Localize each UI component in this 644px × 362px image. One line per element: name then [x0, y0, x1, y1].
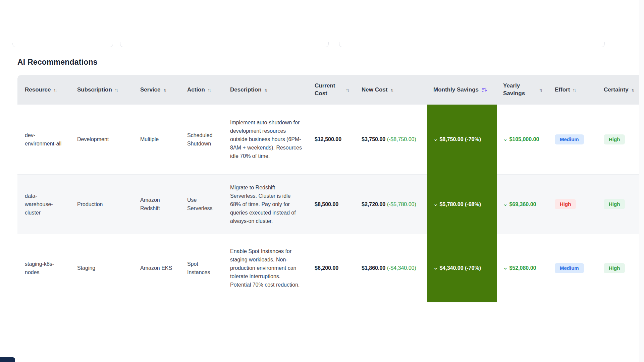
yearly-savings-value: $69,360.00 [509, 201, 536, 207]
cell-certainty: High [598, 105, 644, 174]
chevron-down-icon[interactable]: ⌄ [503, 263, 507, 272]
bottom-left-partial-widget[interactable] [0, 357, 15, 362]
cell-action: Spot Instances [181, 234, 224, 302]
chevron-down-icon[interactable]: ⌄ [503, 200, 507, 208]
yearly-savings-value: $105,000.00 [509, 136, 539, 142]
yearly-savings-value: $52,080.00 [509, 265, 536, 271]
chevron-down-icon[interactable]: ⌄ [433, 263, 438, 272]
new-cost-delta: (-$5,780.00) [387, 201, 416, 207]
col-label: Subscription [77, 86, 112, 94]
cell-effort: Medium [549, 234, 598, 302]
col-header-monthly-savings[interactable]: Monthly Savings [427, 75, 497, 105]
col-header-new-cost[interactable]: New Cost↑↓ [356, 75, 427, 105]
cell-description: Migrate to Redshift Serverless. Cluster … [224, 174, 309, 234]
col-header-yearly-savings[interactable]: Yearly Savings↑↓ [497, 75, 549, 105]
effort-badge: Medium [555, 134, 584, 144]
cell-current-cost: $6,200.00 [309, 234, 356, 302]
cell-action: Scheduled Shutdown [181, 105, 224, 174]
new-cost-delta: (-$4,340.00) [387, 265, 416, 271]
cell-certainty: High [598, 174, 644, 234]
cell-action: Use Serverless [181, 174, 224, 234]
cell-subscription: Development [71, 105, 134, 174]
new-cost-value: $2,720.00 [362, 201, 385, 207]
sort-icon[interactable]: ↑↓ [163, 87, 167, 93]
cell-monthly-savings: ⌄$5,780.00 (-68%) [427, 174, 497, 234]
col-header-certainty[interactable]: Certainty↑↓ [598, 75, 644, 105]
monthly-savings-value: $4,340.00 (-70%) [439, 265, 481, 271]
effort-badge: Medium [555, 263, 584, 273]
certainty-badge: High [604, 199, 625, 209]
table-header-row: Resource↑↓ Subscription↑↓ Service↑↓ Acti… [17, 75, 644, 105]
page-title: AI Recommendations [17, 58, 98, 67]
col-label: Description [230, 86, 262, 94]
cell-monthly-savings: ⌄$8,750.00 (-70%) [427, 105, 497, 174]
col-label: Certainty [604, 86, 629, 94]
cell-description: Enable Spot Instances for staging worklo… [224, 234, 309, 302]
certainty-badge: High [604, 134, 625, 144]
cell-yearly-savings: ⌄$105,000.00 [497, 105, 549, 174]
col-header-current-cost[interactable]: Current Cost↑↓ [309, 75, 356, 105]
sort-descending-icon[interactable] [481, 87, 487, 93]
sort-icon[interactable]: ↑↓ [390, 87, 394, 93]
sort-icon[interactable]: ↑↓ [539, 87, 543, 93]
cell-current-cost: $8,500.00 [309, 174, 356, 234]
col-label: Resource [25, 86, 51, 94]
scrollbar[interactable] [639, 0, 644, 362]
sort-icon[interactable]: ↑↓ [115, 87, 118, 93]
sort-icon[interactable]: ↑↓ [208, 87, 211, 93]
col-label: Service [140, 86, 161, 94]
col-header-effort[interactable]: Effort↑↓ [549, 75, 598, 105]
cell-service: Amazon Redshift [134, 174, 181, 234]
cell-monthly-savings: ⌄$4,340.00 (-70%) [427, 234, 497, 302]
table-row: data-warehouse-cluster Production Amazon… [17, 174, 644, 234]
col-header-resource[interactable]: Resource↑↓ [17, 75, 71, 105]
col-header-action[interactable]: Action↑↓ [181, 75, 224, 105]
sort-icon[interactable]: ↑↓ [264, 87, 268, 93]
new-cost-delta: (-$8,750.00) [387, 136, 416, 142]
certainty-badge: High [604, 263, 625, 273]
cell-resource: data-warehouse-cluster [17, 174, 71, 234]
cell-certainty: High [598, 234, 644, 302]
chevron-down-icon[interactable]: ⌄ [433, 135, 438, 143]
sort-icon[interactable]: ↑↓ [346, 87, 350, 93]
col-header-subscription[interactable]: Subscription↑↓ [71, 75, 134, 105]
sort-icon[interactable]: ↑↓ [573, 87, 576, 93]
cell-subscription: Staging [71, 234, 134, 302]
col-label: Yearly Savings [503, 82, 536, 98]
sort-icon[interactable]: ↑↓ [631, 87, 635, 93]
col-label: Effort [555, 86, 570, 94]
cell-service: Multiple [134, 105, 181, 174]
table-row: dev-environment-all Development Multiple… [17, 105, 644, 174]
cell-new-cost: $2,720.00 (-$5,780.00) [356, 174, 427, 234]
col-label: Monthly Savings [433, 86, 479, 94]
cell-yearly-savings: ⌄$69,360.00 [497, 174, 549, 234]
col-header-description[interactable]: Description↑↓ [224, 75, 309, 105]
recommendations-table: Resource↑↓ Subscription↑↓ Service↑↓ Acti… [17, 75, 644, 302]
new-cost-value: $3,750.00 [362, 136, 385, 142]
cell-current-cost: $12,500.00 [309, 105, 356, 174]
table-row: staging-k8s-nodes Staging Amazon EKS Spo… [17, 234, 644, 302]
effort-badge: High [555, 199, 576, 209]
col-label: Action [187, 86, 205, 94]
partial-card-right [339, 42, 605, 47]
col-header-service[interactable]: Service↑↓ [134, 75, 181, 105]
monthly-savings-value: $5,780.00 (-68%) [439, 201, 481, 207]
monthly-savings-value: $8,750.00 (-70%) [439, 136, 481, 142]
partial-card-left [12, 43, 113, 47]
cell-subscription: Production [71, 174, 134, 234]
cell-yearly-savings: ⌄$52,080.00 [497, 234, 549, 302]
cell-resource: dev-environment-all [17, 105, 71, 174]
new-cost-value: $1,860.00 [362, 265, 385, 271]
cell-effort: Medium [549, 105, 598, 174]
cell-new-cost: $1,860.00 (-$4,340.00) [356, 234, 427, 302]
cell-service: Amazon EKS [134, 234, 181, 302]
col-label: New Cost [362, 86, 387, 94]
sort-icon[interactable]: ↑↓ [53, 87, 57, 93]
cell-description: Implement auto-shutdown for development … [224, 105, 309, 174]
chevron-down-icon[interactable]: ⌄ [433, 200, 438, 208]
cell-effort: High [549, 174, 598, 234]
col-label: Current Cost [315, 82, 343, 98]
cell-resource: staging-k8s-nodes [17, 234, 71, 302]
chevron-down-icon[interactable]: ⌄ [503, 135, 507, 143]
partial-card-middle [120, 42, 329, 47]
